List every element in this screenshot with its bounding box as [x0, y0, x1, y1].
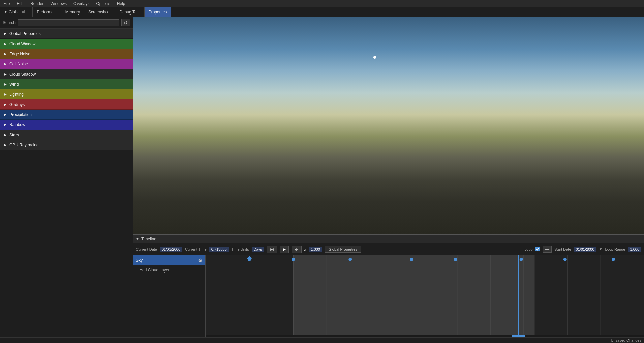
section-arrow: ▶ — [4, 42, 7, 46]
section-label: Edge Noise — [9, 52, 30, 56]
search-input[interactable] — [18, 19, 119, 26]
time-units-label: Time Units — [232, 247, 249, 251]
section-arrow: ▶ — [4, 103, 7, 106]
status-bar: Unsaved Changes — [0, 337, 644, 343]
menu-edit[interactable]: Edit — [13, 1, 27, 7]
section-global-properties[interactable]: ▶ Global Properties — [0, 29, 133, 39]
current-date-label: Current Date — [136, 247, 157, 251]
timeline-svg: 0 0.25 0.5 0.75 1 0.714 — [206, 255, 644, 343]
timeline-canvas-area[interactable]: 0 0.25 0.5 0.75 1 0.714 — [206, 255, 644, 343]
current-date-value: 01/01/2000 — [160, 247, 182, 252]
section-arrow: ▶ — [4, 123, 7, 126]
add-cloud-label: Add Cloud Layer — [140, 268, 170, 273]
sky-row: Sky ⚙ — [133, 255, 205, 265]
loop-checkbox[interactable] — [535, 247, 540, 251]
menu-windows[interactable]: Windows — [47, 1, 70, 7]
timeline-left-panel: Sky ⚙ + Add Cloud Layer — [133, 255, 206, 343]
add-cloud-layer-button[interactable]: + Add Cloud Layer — [133, 265, 205, 275]
start-date-value: 01/01/2000 — [574, 247, 596, 252]
tab-screenshot-label: Screensho... — [88, 10, 111, 15]
section-cell-noise[interactable]: ▶ Cell Noise — [0, 59, 133, 69]
section-wind[interactable]: ▶ Wind — [0, 79, 133, 89]
svg-point-18 — [248, 258, 251, 261]
multiplier-value: 1.000 — [309, 247, 322, 252]
section-rainbow[interactable]: ▶ Rainbow — [0, 120, 133, 130]
section-arrow: ▶ — [4, 52, 7, 56]
timeline-controls: Current Date 01/01/2000 Current Time 0.7… — [133, 243, 644, 255]
loop-range-label: Loop Range — [605, 247, 625, 251]
section-arrow: ▶ — [4, 32, 7, 35]
start-date-dropdown-arrow[interactable]: ▼ — [599, 247, 603, 251]
section-lighting[interactable]: ▶ Lighting — [0, 89, 133, 99]
section-label: Cloud Window — [9, 41, 35, 46]
svg-point-21 — [410, 258, 413, 261]
tab-global-view[interactable]: ▼ Global Vi... — [0, 7, 33, 17]
tab-debug-tools[interactable]: Debug Te... — [115, 7, 144, 17]
search-bar: Search ↺ — [0, 17, 133, 29]
timeline-section: ▼ Timeline Current Date 01/01/2000 Curre… — [133, 234, 644, 343]
search-label: Search — [3, 20, 16, 25]
section-label: Precipitation — [9, 112, 32, 117]
time-units-value: Days — [252, 247, 264, 252]
section-gpu-raytracing[interactable]: ▶ GPU Raytracing — [0, 140, 133, 150]
section-label: Lighting — [9, 92, 24, 97]
timeline-header: ▼ Timeline — [133, 235, 644, 243]
section-label: Wind — [9, 82, 19, 87]
tab-global-view-label: Global Vi... — [9, 10, 28, 15]
section-stars[interactable]: ▶ Stars — [0, 130, 133, 140]
section-label: Cell Noise — [9, 62, 28, 66]
tab-performance[interactable]: Performa... — [33, 7, 61, 17]
status-text: Unsaved Changes — [611, 338, 641, 342]
section-arrow: ▶ — [4, 143, 7, 147]
timeline-label: Timeline — [141, 237, 156, 241]
section-arrow: ▶ — [4, 62, 7, 66]
viewport: ▶ — [133, 17, 644, 234]
skip-start-button[interactable]: ⏮ — [267, 246, 277, 253]
section-arrow: ▶ — [4, 113, 7, 116]
section-arrow: ▶ — [4, 82, 7, 86]
menu-overlays[interactable]: Overlays — [70, 1, 93, 7]
loop-range-value: 1.000 — [628, 247, 641, 252]
tab-properties-label: Properties — [149, 10, 167, 15]
tab-screenshot[interactable]: Screensho... — [84, 7, 115, 17]
section-cloud-window[interactable]: ▶ Cloud Window — [0, 39, 133, 49]
svg-rect-2 — [293, 255, 534, 343]
tab-debug-tools-label: Debug Te... — [119, 10, 140, 15]
menu-options[interactable]: Options — [93, 1, 113, 7]
timeline-body: Sky ⚙ + Add Cloud Layer — [133, 255, 644, 343]
section-edge-noise[interactable]: ▶ Edge Noise — [0, 49, 133, 59]
menu-render[interactable]: Render — [27, 1, 47, 7]
menu-help[interactable]: Help — [114, 1, 129, 7]
refresh-button[interactable]: ↺ — [121, 19, 130, 26]
skip-end-button[interactable]: ⏭ — [292, 246, 302, 253]
section-arrow: ▶ — [4, 92, 7, 96]
sky-label: Sky — [136, 258, 143, 263]
tab-memory[interactable]: Memory — [61, 7, 84, 17]
play-button[interactable]: ▶ — [280, 246, 289, 253]
section-label: Stars — [9, 133, 19, 137]
loop-dash-button[interactable]: — — [543, 246, 552, 253]
svg-point-20 — [348, 258, 352, 261]
main-layout: Search ↺ ▶ Global Properties ▶ Cloud Win… — [0, 17, 644, 343]
tab-properties[interactable]: Properties — [145, 7, 172, 17]
current-time-value: 0.713880 — [209, 247, 229, 252]
menu-file[interactable]: File — [0, 1, 13, 7]
svg-point-19 — [292, 258, 295, 261]
section-godrays[interactable]: ▶ Godrays — [0, 99, 133, 110]
svg-point-24 — [563, 258, 567, 261]
left-panel: Search ↺ ▶ Global Properties ▶ Cloud Win… — [0, 17, 133, 343]
settings-icon[interactable]: ⚙ — [198, 258, 203, 263]
section-label: Godrays — [9, 102, 25, 107]
current-time-label: Current Time — [185, 247, 207, 251]
timeline-collapse-arrow[interactable]: ▼ — [136, 237, 139, 241]
global-properties-button[interactable]: Global Properties — [325, 246, 361, 253]
section-label: Global Properties — [9, 31, 41, 36]
section-precipitation[interactable]: ▶ Precipitation — [0, 110, 133, 120]
section-arrow: ▶ — [4, 133, 7, 137]
svg-point-22 — [454, 258, 457, 261]
svg-rect-1 — [206, 255, 293, 343]
sky-viewport — [133, 17, 644, 234]
svg-point-23 — [520, 258, 523, 261]
section-cloud-shadow[interactable]: ▶ Cloud Shadow — [0, 69, 133, 79]
right-area: ▶ ▼ Timeline Current Date 01/01/2000 Cur… — [133, 17, 644, 343]
